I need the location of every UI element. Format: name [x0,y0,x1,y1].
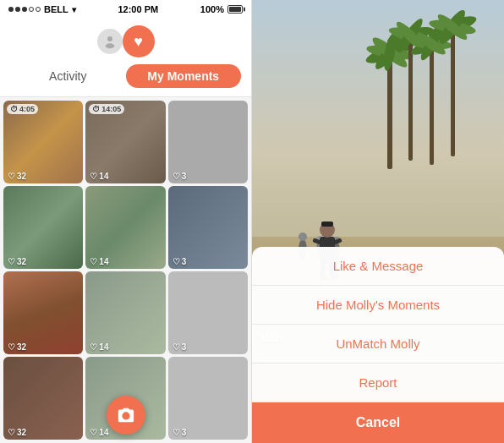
battery-fill [229,7,241,12]
like-badge-6: ♡ 3 [173,257,187,266]
time-display: 12:00 PM [118,4,158,14]
signal-dot-1 [8,7,14,12]
app-header: ♥ Activity My Moments [0,19,251,97]
status-bar: BELL ▾ 12:00 PM 100% [0,0,251,19]
like-badge-7: ♡ 32 [8,342,26,352]
cancel-button[interactable]: Cancel [252,402,504,443]
time-badge-1: ⏱4:05 [7,104,38,114]
action-report[interactable]: Report [252,364,504,402]
grid-item-2[interactable]: ⏱14:05 ♡ 14 [85,101,165,183]
avatar[interactable] [97,29,123,54]
photo-detail-2: ♡ 14 [85,169,165,183]
action-hide-moments[interactable]: Hide Molly's Moments [252,286,504,325]
photo-detail-3: ♡ 3 [168,169,248,183]
like-badge-2: ♡ 14 [90,172,108,181]
like-badge-9: ♡ 3 [173,342,187,352]
right-panel: Molly Like & Message Hide Molly's Moment… [252,0,504,443]
left-panel: BELL ▾ 12:00 PM 100% ♥ Activity My Momen… [0,0,252,443]
tab-bar: Activity My Moments [10,64,241,88]
photo-grid: ⏱4:05 ♡ 32 ⏱14:05 ♡ 14 ♡ 3 ♡ 32 [0,97,251,443]
like-badge-3: ♡ 3 [173,172,187,181]
photo-detail-7: ♡ 32 [3,340,83,354]
like-badge-12: ♡ 3 [173,428,187,437]
like-badge-4: ♡ 32 [8,257,26,266]
signal-strength [8,7,41,12]
svg-rect-20 [451,25,455,156]
battery-label: 100% [200,4,224,14]
like-badge-10: ♡ 32 [8,428,26,437]
signal-dot-5 [36,7,41,12]
grid-item-4[interactable]: ♡ 32 [3,186,83,269]
grid-item-8[interactable]: ♡ 14 [85,271,165,354]
like-badge-8: ♡ 14 [90,342,108,352]
svg-point-0 [107,36,112,41]
time-badge-2: ⏱14:05 [89,104,124,114]
photo-detail-9: ♡ 3 [168,340,248,354]
svg-rect-15 [430,42,434,165]
carrier-label: BELL [44,4,68,14]
like-badge-1: ♡ 32 [8,172,26,181]
action-like-message[interactable]: Like & Message [252,247,504,286]
tab-my-moments[interactable]: My Moments [126,64,242,88]
grid-item-1[interactable]: ⏱4:05 ♡ 32 [3,101,83,183]
app-logo: ♥ [123,25,155,57]
svg-point-1 [105,43,114,48]
grid-item-5[interactable]: ♡ 14 [85,186,165,269]
status-left: BELL ▾ [8,4,76,14]
grid-item-3[interactable]: ♡ 3 [168,101,248,183]
photo-detail-6: ♡ 3 [168,254,248,269]
header-top: ♥ [10,25,241,57]
action-menu: Like & Message Hide Molly's Moments UnMa… [252,247,504,443]
photo-detail-5: ♡ 14 [85,254,165,269]
status-right: 100% [200,4,243,14]
grid-item-12[interactable]: ♡ 3 [168,357,248,440]
photo-detail-4: ♡ 32 [3,254,83,269]
tab-activity[interactable]: Activity [10,64,126,88]
signal-dot-2 [15,7,20,12]
battery-icon [227,5,243,14]
action-menu-overlay: Like & Message Hide Molly's Moments UnMa… [252,247,504,443]
photo-detail-12: ♡ 3 [168,425,248,440]
like-badge-11: ♡ 14 [90,428,108,437]
wifi-icon: ▾ [72,5,76,14]
photo-detail-8: ♡ 14 [85,340,165,354]
signal-dot-4 [29,7,34,12]
grid-item-7[interactable]: ♡ 32 [3,271,83,354]
like-badge-5: ♡ 14 [90,257,108,266]
grid-item-6[interactable]: ♡ 3 [168,186,248,269]
photo-detail-10: ♡ 32 [3,425,83,440]
photo-detail-1: ♡ 32 [3,169,83,183]
signal-dot-3 [22,7,27,12]
camera-button[interactable] [107,396,145,435]
action-unmatch[interactable]: UnMatch Molly [252,325,504,364]
svg-rect-34 [321,222,333,227]
svg-point-27 [299,232,307,241]
grid-item-10[interactable]: ♡ 32 [3,357,83,440]
grid-item-9[interactable]: ♡ 3 [168,271,248,354]
